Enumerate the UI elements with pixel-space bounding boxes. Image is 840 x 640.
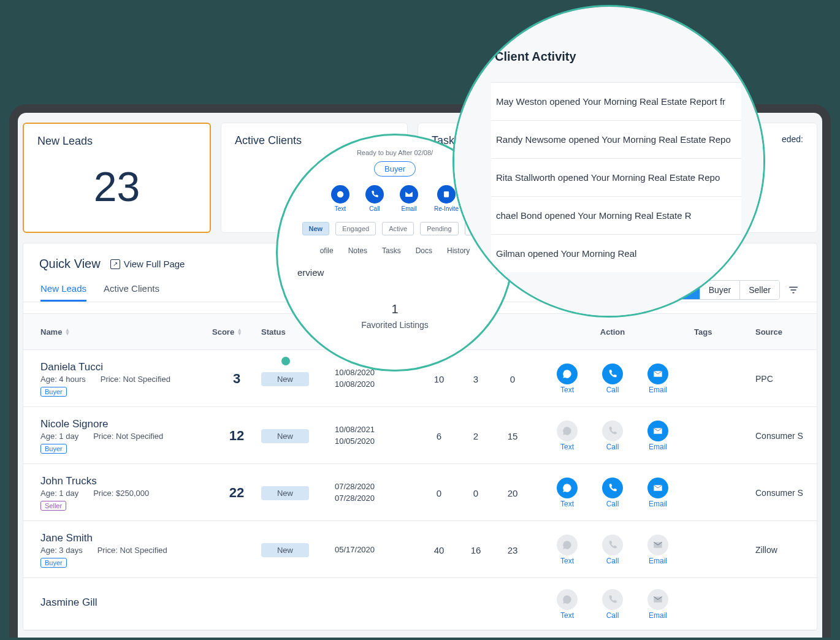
row-action-email[interactable]: Email [647,478,668,508]
table-row[interactable]: Jasmine Gill Text Call Email [23,578,817,630]
row-action-call[interactable]: Call [602,535,623,565]
detail-tab-notes[interactable]: Notes [348,246,367,255]
count-2: 0 [457,488,494,498]
lead-cell: Jane Smith Age: 3 days Price: Not Specif… [40,532,212,568]
row-action-text[interactable]: Text [557,478,578,508]
row-action-text-icon [557,478,578,498]
action-call[interactable]: Call [365,185,384,212]
svg-rect-1 [444,191,449,197]
svg-point-0 [337,191,344,198]
stage-active[interactable]: Active [382,222,414,235]
status-pill: New [261,429,309,443]
count-1: 0 [421,488,457,498]
sort-button[interactable] [785,281,802,299]
status-pill: New [261,372,309,386]
row-action-text-icon [557,364,578,384]
lead-score: 12 [212,428,261,444]
lead-cell: John Trucks Age: 1 day Price: $250,000 S… [40,475,212,511]
row-actions: Text Call Email [531,478,694,508]
lead-price: Price: Not Specified [97,546,167,555]
row-action-text[interactable]: Text [557,364,578,394]
lead-dates: 07/28/202007/28/2020 [335,481,421,505]
count-3: 23 [494,545,531,555]
row-action-email-icon [647,421,668,441]
activity-item[interactable]: Rita Stallworth opened Your Morning Real… [491,158,741,196]
favorited-listings-stat: 1 Favorited Listings [294,302,496,330]
col-source: Source [755,327,782,337]
lead-dates: 10/08/202110/05/2020 [335,424,421,448]
row-action-email[interactable]: Email [647,589,668,620]
lead-age: Age: 4 hours [40,375,86,384]
filter-seller[interactable]: Seller [739,281,779,299]
lead-cell: Jasmine Gill [40,596,212,612]
lead-age: Age: 1 day [40,432,78,441]
activity-item[interactable]: May Weston opened Your Morning Real Esta… [491,82,741,120]
status-pill: New [261,543,309,557]
row-action-text-icon [557,589,578,610]
row-action-email[interactable]: Email [647,535,668,565]
row-action-text[interactable]: Text [557,421,578,451]
lead-price: Price: Not Specified [101,375,170,384]
view-full-page-link[interactable]: ↗ View Full Page [110,259,185,269]
row-action-call-icon [602,364,623,384]
lead-name: Daniela Tucci [40,361,212,373]
detail-tab-docs[interactable]: Docs [416,246,432,255]
detail-tab-history[interactable]: History [447,246,470,255]
lead-cell: Daniela Tucci Age: 4 hours Price: Not Sp… [40,361,212,397]
row-action-text[interactable]: Text [557,589,578,620]
action-text[interactable]: Text [331,185,349,212]
lead-source: Consumer S [755,488,817,498]
row-action-text-icon [557,421,578,441]
activity-item[interactable]: Gilman opened Your Morning Real [491,234,741,272]
tab-active-clients[interactable]: Active Clients [104,283,159,302]
stage-pending[interactable]: Pending [420,222,458,235]
lead-score: 3 [212,371,261,387]
row-action-email[interactable]: Email [647,364,668,394]
activity-list: May Weston opened Your Morning Real Esta… [491,82,741,272]
buyer-pill: Buyer [374,161,416,177]
col-status[interactable]: Status [261,327,286,337]
col-name[interactable]: Name [40,327,62,337]
count-2: 3 [457,374,494,384]
stage-new[interactable]: New [302,222,330,235]
row-action-call[interactable]: Call [602,478,623,508]
stage-engaged[interactable]: Engaged [335,222,376,235]
tab-new-leads[interactable]: New Leads [40,283,86,302]
lead-source: Zillow [755,545,817,555]
lead-name: Nicole Signore [40,418,212,430]
col-score[interactable]: Score [212,327,234,337]
activity-item[interactable]: Randy Newsome opened Your Morning Real E… [491,120,741,158]
row-action-email[interactable]: Email [647,421,668,451]
lead-source: Consumer S [755,431,817,441]
count-1: 10 [421,374,457,384]
row-action-email-icon [647,364,668,384]
lead-price: Price: Not Specified [93,432,163,441]
row-actions: Text Call Email [531,421,694,451]
card-new-leads[interactable]: New Leads 23 [23,123,211,233]
row-action-call-icon [602,535,623,555]
lead-dates: 05/17/2020 [335,544,421,556]
table-row[interactable]: Jane Smith Age: 3 days Price: Not Specif… [23,521,817,578]
row-action-call[interactable]: Call [602,421,623,451]
action-email[interactable]: Email [400,185,418,212]
row-action-call[interactable]: Call [602,364,623,394]
count-1: 40 [421,545,457,555]
col-action: Action [600,327,625,337]
row-action-text[interactable]: Text [557,535,578,565]
detail-tab-ofile[interactable]: ofile [320,246,334,255]
table-row[interactable]: Nicole Signore Age: 1 day Price: Not Spe… [23,407,817,464]
table-row[interactable]: John Trucks Age: 1 day Price: $250,000 S… [23,464,817,521]
status-pill: New [261,486,309,500]
expand-icon: ↗ [110,259,120,269]
lead-score: 22 [212,485,261,501]
activity-item[interactable]: chael Bond opened Your Morning Real Esta… [491,196,741,234]
lead-price: Price: $250,000 [93,489,149,498]
detail-tab-tasks[interactable]: Tasks [382,246,401,255]
lead-cell: Nicole Signore Age: 1 day Price: Not Spe… [40,418,212,454]
row-action-call[interactable]: Call [602,589,623,620]
col-tags: Tags [694,327,712,337]
lead-type-badge: Buyer [40,387,67,397]
quick-view-title: Quick View [39,257,101,271]
table-body: Daniela Tucci Age: 4 hours Price: Not Sp… [23,350,817,630]
row-action-call-icon [602,589,623,610]
